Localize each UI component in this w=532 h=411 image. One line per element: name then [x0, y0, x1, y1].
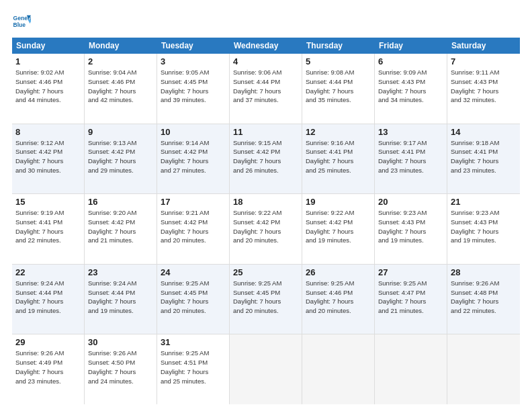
calendar-cell: 14Sunrise: 9:18 AMSunset: 4:41 PMDayligh… — [447, 124, 520, 194]
cell-info-line: Daylight: 7 hours — [306, 87, 371, 96]
day-number: 26 — [306, 267, 371, 277]
cell-info-line: Daylight: 7 hours — [15, 156, 81, 166]
cell-info-line: Daylight: 7 hours — [378, 156, 443, 166]
cell-info-line: Sunset: 4:46 PM — [306, 288, 371, 298]
cell-info-line: and 25 minutes. — [306, 166, 371, 175]
day-number: 12 — [306, 127, 371, 137]
cell-info-line: and 32 minutes. — [451, 95, 517, 105]
cell-info-line: Sunset: 4:42 PM — [233, 218, 298, 227]
calendar: SundayMondayTuesdayWednesdayThursdayFrid… — [12, 38, 520, 404]
calendar-header: SundayMondayTuesdayWednesdayThursdayFrid… — [12, 38, 520, 54]
cell-info-line: and 23 minutes. — [451, 166, 517, 175]
day-number: 25 — [233, 267, 298, 277]
cell-info-line: Daylight: 7 hours — [451, 227, 517, 236]
cell-info-line: Sunrise: 9:05 AM — [161, 68, 226, 77]
cell-info-line: and 20 minutes. — [161, 306, 226, 316]
calendar-cell — [375, 334, 447, 404]
cell-info-line: Daylight: 7 hours — [306, 297, 371, 306]
day-number: 9 — [88, 127, 153, 137]
cell-info-line: Sunrise: 9:23 AM — [378, 208, 443, 218]
cell-info-line: Sunset: 4:44 PM — [306, 77, 371, 87]
cell-info-line: Sunset: 4:44 PM — [88, 288, 153, 298]
calendar-cell: 28Sunrise: 9:26 AMSunset: 4:48 PMDayligh… — [447, 265, 520, 334]
cell-info-line: and 20 minutes. — [233, 236, 298, 245]
cell-info-line: Sunrise: 9:21 AM — [161, 208, 226, 218]
cell-info-line: Sunset: 4:51 PM — [161, 358, 226, 367]
cell-info-line: Sunset: 4:42 PM — [233, 147, 298, 156]
day-number: 22 — [15, 267, 81, 277]
cell-info-line: Sunrise: 9:19 AM — [15, 208, 81, 218]
cell-info-line: Sunrise: 9:11 AM — [451, 68, 517, 77]
cell-info-line: Sunset: 4:41 PM — [451, 147, 517, 156]
day-number: 20 — [378, 197, 443, 207]
day-number: 8 — [15, 127, 81, 137]
calendar-cell: 25Sunrise: 9:25 AMSunset: 4:45 PMDayligh… — [230, 265, 302, 334]
cell-info-line: and 34 minutes. — [378, 95, 443, 105]
cell-info-line: Sunrise: 9:24 AM — [88, 279, 153, 288]
day-number: 28 — [451, 267, 517, 277]
calendar-row: 15Sunrise: 9:19 AMSunset: 4:41 PMDayligh… — [12, 194, 520, 265]
calendar-body: 1Sunrise: 9:02 AMSunset: 4:46 PMDaylight… — [12, 54, 520, 404]
calendar-cell: 6Sunrise: 9:09 AMSunset: 4:43 PMDaylight… — [375, 54, 447, 124]
day-number: 21 — [451, 197, 517, 207]
cell-info-line: Sunrise: 9:25 AM — [378, 279, 443, 288]
cell-info-line: Sunset: 4:43 PM — [451, 77, 517, 87]
cell-info-line: Sunset: 4:45 PM — [233, 288, 298, 298]
cell-info-line: Sunset: 4:41 PM — [15, 218, 81, 227]
day-number: 4 — [233, 56, 298, 66]
day-number: 5 — [306, 56, 371, 66]
cell-info-line: Daylight: 7 hours — [378, 87, 443, 96]
cell-info-line: Sunset: 4:44 PM — [233, 77, 298, 87]
calendar-row: 1Sunrise: 9:02 AMSunset: 4:46 PMDaylight… — [12, 54, 520, 124]
calendar-cell: 13Sunrise: 9:17 AMSunset: 4:41 PMDayligh… — [375, 124, 447, 194]
cell-info-line: Sunset: 4:46 PM — [88, 77, 153, 87]
cell-info-line: Daylight: 7 hours — [88, 227, 153, 236]
calendar-cell: 21Sunrise: 9:23 AMSunset: 4:43 PMDayligh… — [447, 194, 520, 264]
cell-info-line: Sunset: 4:42 PM — [161, 147, 226, 156]
calendar-cell: 23Sunrise: 9:24 AMSunset: 4:44 PMDayligh… — [85, 265, 157, 334]
header-day-saturday: Saturday — [447, 38, 520, 54]
cell-info-line: Sunrise: 9:25 AM — [161, 279, 226, 288]
cell-info-line: Sunset: 4:47 PM — [378, 288, 443, 298]
calendar-cell: 27Sunrise: 9:25 AMSunset: 4:47 PMDayligh… — [375, 265, 447, 334]
day-number: 16 — [88, 197, 153, 207]
day-number: 18 — [233, 197, 298, 207]
cell-info-line: and 25 minutes. — [161, 377, 226, 386]
cell-info-line: Sunrise: 9:26 AM — [451, 279, 517, 288]
cell-info-line: Sunrise: 9:18 AM — [451, 138, 517, 148]
cell-info-line: and 23 minutes. — [15, 377, 81, 386]
cell-info-line: and 22 minutes. — [451, 306, 517, 316]
cell-info-line: Sunset: 4:44 PM — [15, 288, 81, 298]
cell-info-line: Sunset: 4:42 PM — [306, 218, 371, 227]
cell-info-line: Sunset: 4:43 PM — [378, 218, 443, 227]
calendar-cell: 22Sunrise: 9:24 AMSunset: 4:44 PMDayligh… — [12, 265, 85, 334]
cell-info-line: Daylight: 7 hours — [88, 156, 153, 166]
cell-info-line: and 39 minutes. — [161, 95, 226, 105]
cell-info-line: Sunset: 4:48 PM — [451, 288, 517, 298]
calendar-cell: 8Sunrise: 9:12 AMSunset: 4:42 PMDaylight… — [12, 124, 85, 194]
cell-info-line: Sunrise: 9:12 AM — [15, 138, 81, 148]
header-day-tuesday: Tuesday — [157, 38, 230, 54]
calendar-cell: 2Sunrise: 9:04 AMSunset: 4:46 PMDaylight… — [85, 54, 157, 124]
day-number: 31 — [161, 337, 226, 347]
calendar-cell: 11Sunrise: 9:15 AMSunset: 4:42 PMDayligh… — [230, 124, 302, 194]
calendar-cell — [302, 334, 375, 404]
cell-info-line: Sunrise: 9:25 AM — [306, 279, 371, 288]
cell-info-line: and 19 minutes. — [306, 236, 371, 245]
day-number: 17 — [161, 197, 226, 207]
cell-info-line: Sunrise: 9:22 AM — [233, 208, 298, 218]
header-day-friday: Friday — [375, 38, 447, 54]
cell-info-line: Daylight: 7 hours — [306, 227, 371, 236]
calendar-cell: 5Sunrise: 9:08 AMSunset: 4:44 PMDaylight… — [302, 54, 375, 124]
cell-info-line: Sunset: 4:42 PM — [161, 218, 226, 227]
cell-info-line: Sunrise: 9:08 AM — [306, 68, 371, 77]
svg-text:Blue: Blue — [13, 21, 26, 28]
cell-info-line: and 20 minutes. — [161, 236, 226, 245]
cell-info-line: Sunset: 4:50 PM — [88, 358, 153, 367]
day-number: 27 — [378, 267, 443, 277]
calendar-cell: 30Sunrise: 9:26 AMSunset: 4:50 PMDayligh… — [85, 334, 157, 404]
cell-info-line: and 23 minutes. — [378, 166, 443, 175]
page: General Blue SundayMondayTuesdayWednesda… — [0, 0, 532, 411]
cell-info-line: Daylight: 7 hours — [161, 227, 226, 236]
cell-info-line: Daylight: 7 hours — [15, 227, 81, 236]
